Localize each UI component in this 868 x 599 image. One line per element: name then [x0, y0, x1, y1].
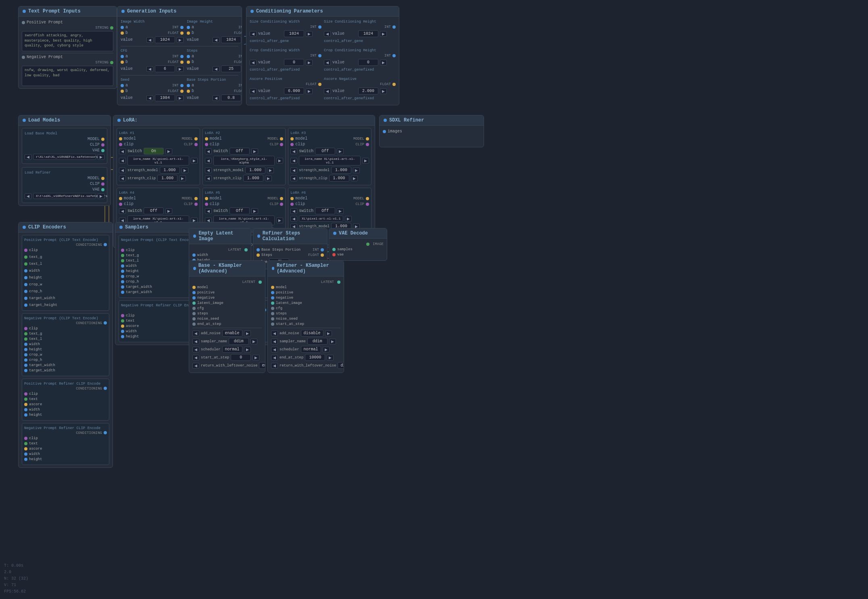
sch-dec[interactable]: ◀	[324, 31, 331, 37]
lora2-sw-inc[interactable]: ▶	[251, 149, 258, 154]
seed-dec-btn[interactable]: ◀	[146, 95, 153, 101]
lora2-sc-dec[interactable]: ◀	[205, 176, 212, 181]
cfg-dec-btn[interactable]: ◀	[146, 66, 153, 72]
lora3-file-dec[interactable]: ◀	[290, 158, 297, 163]
info-panel: T: 0.00s 2.0 N: 32 (32) V: 71 FPS:56.62	[4, 563, 28, 595]
lora1-sc-inc[interactable]: ▶	[179, 176, 186, 181]
lora6-sw-inc[interactable]: ▶	[337, 208, 344, 214]
lora4-label: LoRA #4	[119, 191, 198, 195]
seed-label: Seed	[121, 78, 184, 82]
pc-height	[24, 276, 27, 279]
lora3-sc: 1.000	[329, 175, 349, 182]
lora6-file-dec[interactable]: ◀	[290, 216, 297, 222]
asp-inc[interactable]: ▶	[306, 88, 313, 94]
bks-sn-inc[interactable]: ▶	[250, 339, 257, 344]
lora1-sc-dec[interactable]: ◀	[119, 176, 126, 181]
rks-es-inc[interactable]: ▶	[327, 355, 334, 360]
bks-sc-dec[interactable]: ◀	[192, 347, 199, 352]
cch-port	[392, 54, 396, 57]
width-dec-btn[interactable]: ◀	[146, 37, 153, 43]
load-models-title: Load Models	[28, 117, 60, 123]
prc-width	[24, 408, 27, 411]
base-file-dec[interactable]: ◀	[25, 154, 31, 160]
height-dec-btn[interactable]: ◀	[213, 37, 219, 43]
lora3-sc-inc[interactable]: ▶	[351, 176, 358, 181]
bks-sn-dec[interactable]: ◀	[192, 339, 199, 344]
lm-dot	[23, 119, 26, 122]
lora3-file-inc[interactable]: ▶	[362, 158, 369, 163]
ccw-dec[interactable]: ◀	[250, 60, 257, 65]
base-dec-btn[interactable]: ◀	[213, 95, 219, 101]
rks-rn-dec[interactable]: ◀	[271, 363, 278, 369]
lora4-sw-dec[interactable]: ◀	[119, 208, 126, 214]
bks-an-inc[interactable]: ▶	[244, 331, 251, 336]
lora5-sw-inc[interactable]: ▶	[251, 208, 258, 214]
asn-dec[interactable]: ◀	[324, 88, 331, 94]
refiner-model-out	[101, 177, 104, 180]
scw-inc[interactable]: ▶	[306, 31, 313, 37]
lora6-file-inc[interactable]: ▶	[345, 216, 352, 222]
lora2-sm-dec[interactable]: ◀	[205, 168, 212, 173]
bks-ss-dec[interactable]: ◀	[192, 355, 199, 360]
rks-an-inc[interactable]: ▶	[325, 331, 332, 336]
cch-dec[interactable]: ◀	[324, 60, 331, 65]
lora1-sm-dec[interactable]: ◀	[119, 168, 126, 173]
bks-ss-inc[interactable]: ▶	[252, 355, 259, 360]
base-file-inc[interactable]: ▶	[98, 154, 104, 160]
lora1-file-dec[interactable]: ◀	[119, 158, 126, 163]
ccw-inc[interactable]: ▶	[306, 60, 313, 65]
rks-an-dec[interactable]: ◀	[271, 331, 278, 336]
lora2-sw-dec[interactable]: ◀	[205, 149, 212, 154]
lora4-sw-inc[interactable]: ▶	[165, 208, 172, 214]
rs-steps-out	[321, 248, 324, 251]
lora1-sw-dec[interactable]: ◀	[119, 149, 126, 154]
ncs-croph	[121, 280, 124, 283]
seed-inc-btn[interactable]: ▶	[177, 95, 184, 101]
asp-dec[interactable]: ◀	[250, 88, 257, 94]
lora1-sw-inc[interactable]: ▶	[165, 149, 172, 154]
rs-float-in	[257, 253, 260, 257]
sdxl-images-port	[383, 130, 386, 133]
pc-cropw	[24, 283, 27, 286]
lora3-sm-dec[interactable]: ◀	[290, 168, 297, 173]
lora3-sw-dec[interactable]: ◀	[290, 149, 297, 154]
lora2-sc-inc[interactable]: ▶	[265, 176, 272, 181]
rks-sc-inc[interactable]: ▶	[323, 347, 330, 352]
cfg-label: CFG	[121, 49, 184, 53]
rks-sc-dec[interactable]: ◀	[271, 347, 278, 352]
ncs-cropw	[121, 275, 124, 278]
rks-sn-dec[interactable]: ◀	[271, 339, 278, 344]
asn-inc[interactable]: ▶	[380, 88, 387, 94]
steps-dec-btn[interactable]: ◀	[213, 66, 219, 72]
cch-inc[interactable]: ▶	[380, 60, 387, 65]
lora3-sc-dec[interactable]: ◀	[290, 176, 297, 181]
refiner-file-dec[interactable]: ◀	[25, 193, 31, 199]
lora5-file-inc[interactable]: ▶	[276, 218, 283, 223]
lora2-sm-inc[interactable]: ▶	[267, 168, 274, 173]
lora3-clip-in	[290, 143, 294, 146]
lora6-sw-dec[interactable]: ◀	[290, 208, 297, 214]
negative-text[interactable]: nsfw, drawing, worst quality, deformed, …	[22, 66, 113, 86]
lora5-sw-dec[interactable]: ◀	[205, 208, 212, 214]
vd-dot	[333, 232, 336, 235]
lora2-file-inc[interactable]: ▶	[276, 158, 283, 163]
lora1-sm-inc[interactable]: ▶	[182, 168, 188, 173]
refiner-file-inc[interactable]: ▶	[98, 193, 104, 199]
sch-inc[interactable]: ▶	[380, 31, 387, 37]
lora1-file-inc[interactable]: ▶	[191, 158, 198, 163]
bks-an-dec[interactable]: ◀	[192, 331, 199, 336]
scw-dec[interactable]: ◀	[250, 31, 257, 37]
lora3-sm-inc[interactable]: ▶	[353, 168, 360, 173]
rks-sn-inc[interactable]: ▶	[329, 339, 336, 344]
base-model-label: Load Base Model	[25, 132, 104, 136]
lora1-label: LoRA #1	[119, 131, 198, 135]
bks-rn-dec[interactable]: ◀	[192, 363, 199, 369]
bks-sc-inc[interactable]: ▶	[244, 347, 251, 352]
cfg-inc-btn[interactable]: ▶	[177, 66, 184, 72]
cfg-b-port	[121, 61, 124, 64]
lora3-sw-inc[interactable]: ▶	[337, 149, 344, 154]
rks-es-dec[interactable]: ◀	[271, 355, 278, 360]
positive-text[interactable]: swordfish attacking, angry, masterpiece,…	[22, 31, 113, 51]
width-inc-btn[interactable]: ▶	[177, 37, 184, 43]
lora2-file-dec[interactable]: ◀	[205, 158, 212, 163]
